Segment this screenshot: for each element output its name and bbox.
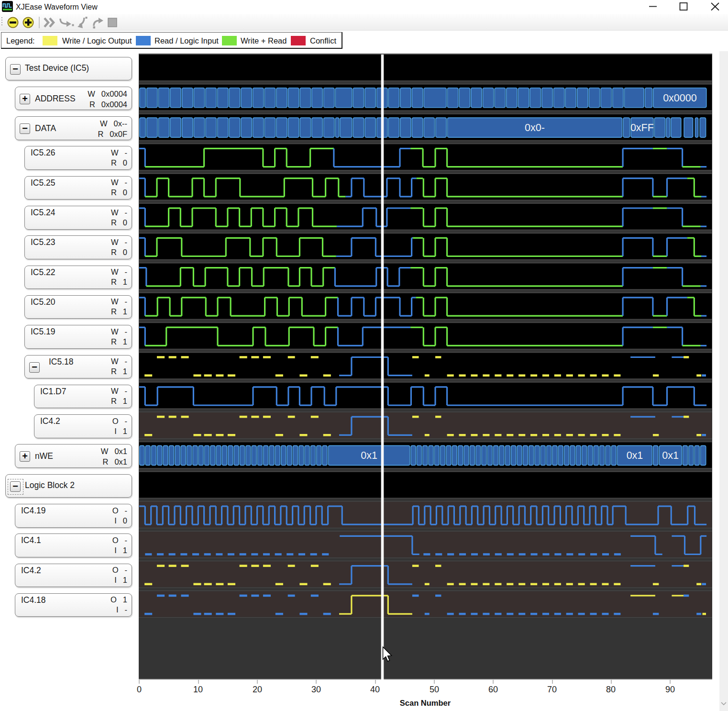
svg-text:0x1: 0x1 (627, 450, 643, 461)
svg-text:0xFF: 0xFF (630, 122, 654, 133)
svg-text:0x0000: 0x0000 (663, 92, 697, 104)
svg-text:0x0-: 0x0- (525, 122, 545, 133)
svg-text:0x1: 0x1 (361, 450, 377, 461)
svg-text:0x1: 0x1 (662, 450, 679, 461)
